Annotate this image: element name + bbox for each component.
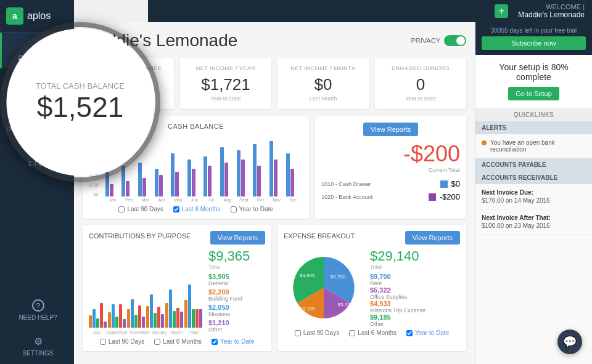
cash-item-1: 1020 - Bank Account -$200 [321, 192, 460, 201]
cash-total-label: Current Total [321, 167, 460, 173]
filter-90-checkbox[interactable] [118, 206, 125, 212]
alert-text: You have an open bank reconciliation [490, 139, 586, 153]
sidebar-label-help: NEED HELP? [18, 314, 57, 321]
mini-bar-group [184, 285, 202, 328]
pie-label-missions: $9,185 [300, 306, 315, 312]
contrib-item-0: $3,905 General [208, 273, 264, 286]
accounting-icon: 📊 [32, 76, 44, 87]
mini-bar [131, 299, 134, 328]
pie-label-other: $4,933 [300, 273, 315, 278]
bar-purple [175, 172, 179, 196]
bar-group [286, 153, 301, 196]
chat-button[interactable]: 💬 [557, 330, 582, 354]
stat-card-cash: TOTAL CASH BALANCE $1,521 [83, 58, 174, 109]
mini-bar [180, 312, 183, 328]
stat-label-0: TOTAL CASH BALANCE [90, 65, 166, 71]
contributions-bars: July September November January March Ma… [89, 278, 202, 334]
bar-blue [138, 163, 142, 196]
middle-row: CASH BALANCE $400 $350 $300 $250 $200 $1… [83, 116, 466, 219]
cash-item-label-1: 1020 - Bank Account [321, 194, 372, 200]
mini-bar-group [165, 289, 183, 328]
contributions-body: July September November January March Ma… [89, 248, 265, 334]
contrib-filter-ytd[interactable]: Year to Date [212, 338, 254, 345]
stat-label-2: NET INCOME / MONTH [285, 65, 361, 71]
mini-bar [154, 313, 157, 328]
bar-group [220, 147, 235, 196]
mini-bar [108, 312, 111, 328]
right-sidebar: 30055 days left in your free trial Subsc… [475, 22, 592, 364]
filter-ytd[interactable]: Year to Date [231, 206, 273, 212]
sidebar-item-settings[interactable]: ⚙ SETTINGS [0, 328, 74, 364]
pie-area: $9,700 $5,322 $9,185 $4,933 $29,140 Tota… [284, 248, 460, 327]
cash-item-value-1: -$200 [429, 192, 460, 201]
expense-header: EXPENSE BREAKOUT View Reports [284, 231, 460, 245]
welcome-section: WELCOME | Maddie's Lemonade [518, 3, 585, 19]
settings-icon: ⚙ [34, 336, 43, 347]
stat-sub-3: Year to Date [382, 95, 459, 102]
stat-label-1: NET INCOME / YEAR [187, 65, 264, 71]
stat-card-net-year: NET INCOME / YEAR $1,721 Year to Date [180, 58, 271, 109]
contrib-filter-90[interactable]: Last 90 Days [100, 338, 144, 345]
accounts-receivable-header: ACCOUNTS RECEIVABLE [475, 171, 592, 184]
mini-bar [150, 294, 153, 328]
mini-bar [89, 315, 92, 328]
filter-90-days[interactable]: Last 90 Days [118, 206, 163, 212]
sidebar-item-dashboard[interactable]: ◎ DASHBOARD [0, 33, 74, 68]
mini-bar-group [89, 303, 107, 328]
app-name: aplos [27, 10, 51, 22]
privacy-toggle[interactable]: PRIVACY [411, 35, 466, 46]
bar-group [138, 163, 153, 196]
bar-purple [241, 160, 245, 196]
expense-title: EXPENSE BREAKOUT [284, 232, 355, 240]
chart-area: $400 $350 $300 $250 $200 $100 $0 JanFebM… [89, 135, 303, 202]
stat-value-0: $1,521 [90, 75, 166, 94]
invoice-label-1: Next Invoice After That: [482, 214, 586, 221]
contrib-filter-6m[interactable]: Last 6 Months [154, 338, 202, 345]
mini-bar [188, 285, 191, 328]
view-reports-button-contrib[interactable]: View Reports [210, 231, 265, 245]
view-reports-button-cash[interactable]: View Reports [363, 123, 418, 136]
mini-bar [176, 308, 179, 328]
mini-bar [100, 303, 103, 328]
mini-bar [199, 309, 202, 328]
expense-filter-90[interactable]: Last 90 Days [295, 330, 339, 336]
mini-bar [127, 309, 130, 328]
expense-card: EXPENSE BREAKOUT View Reports [278, 225, 466, 351]
contributions-total: $9,365 [208, 248, 264, 264]
subscribe-button[interactable]: Subscribe now [482, 36, 586, 50]
toggle-switch[interactable] [444, 35, 466, 46]
expense-total-label: Total [370, 264, 426, 270]
mini-bar [161, 314, 164, 328]
sidebar-item-accounting[interactable]: 📊 ACCOUNTING [0, 68, 74, 104]
sidebar-item-efile[interactable]: 📁 E-FILE [0, 139, 74, 175]
bar-group [121, 166, 136, 196]
bar-group [269, 141, 284, 196]
mini-bar [112, 304, 115, 328]
view-reports-button-expense[interactable]: View Reports [405, 231, 460, 245]
filter-ytd-checkbox[interactable] [231, 206, 237, 212]
filter-6-months[interactable]: Last 6 Months [173, 206, 221, 212]
mini-bar [123, 319, 126, 328]
expense-filter-6m[interactable]: Last 6 Months [349, 330, 397, 336]
bar-blue [121, 166, 125, 196]
invoice-item-0: Next Invoice Due: $176.00 on 14 May 2016 [475, 184, 592, 209]
bar-group [171, 153, 186, 196]
sidebar-item-donor-management[interactable]: 👥 DONOR MANAGEMENT [0, 104, 74, 139]
add-button[interactable]: + [495, 4, 508, 18]
mini-bar [173, 311, 176, 328]
expense-filter-ytd[interactable]: Year to Date [406, 330, 449, 336]
setup-button[interactable]: Go to Setup [508, 87, 559, 100]
stat-card-donors: ENGAGED DONORS 0 Year to Date [375, 58, 466, 109]
y-axis: $400 $350 $300 $250 $200 $100 $0 [89, 135, 101, 196]
bar-chart-wrapper: JanFebMarAprMayJunJulAugSeptOctNovDec [103, 135, 303, 202]
org-name: Maddie's Lemonade [518, 10, 585, 19]
stat-value-1: $1,721 [187, 75, 264, 94]
cash-item-value-0: $0 [440, 179, 460, 188]
app-logo: a aplos [0, 0, 74, 33]
invoice-item-1: Next Invoice After That: $100.00 on 23 M… [475, 209, 592, 235]
filter-6m-checkbox[interactable] [173, 206, 179, 212]
sidebar-item-help[interactable]: ? NEED HELP? [0, 292, 74, 328]
contrib-list: $3,905 General $2,200 Building Fund [208, 273, 264, 333]
contributions-total-label: Total [208, 264, 264, 270]
x-axis: JanFebMarAprMayJunJulAugSeptOctNovDec [103, 198, 303, 202]
